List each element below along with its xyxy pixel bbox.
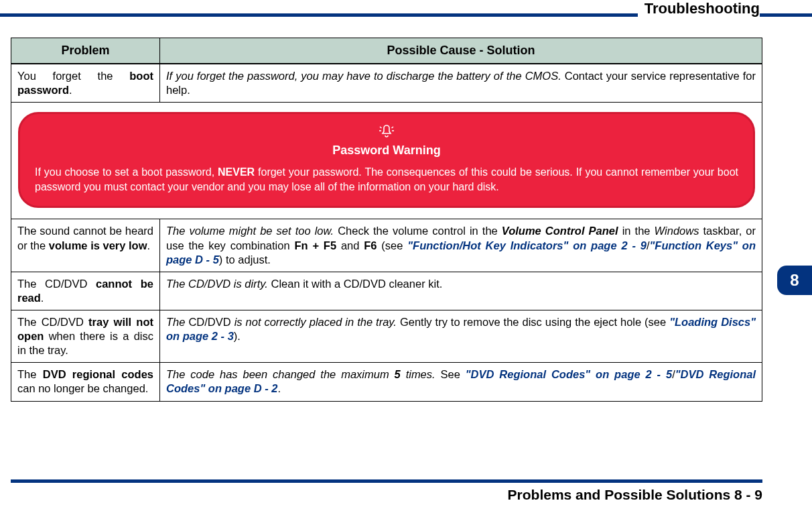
text-bold: DVD regional codes	[43, 368, 153, 380]
text-bold: Fn + F5	[294, 239, 336, 251]
solution-cell: The CD/DVD is not correctly placed in th…	[160, 310, 762, 362]
warning-box: Password Warning If you choose to set a …	[18, 112, 755, 208]
solution-cell: If you forget the password, you may have…	[160, 64, 762, 103]
text: The CD/DVD	[17, 316, 88, 328]
warning-title: Password Warning	[35, 143, 738, 158]
troubleshooting-table: Problem Possible Cause - Solution You fo…	[11, 38, 762, 402]
text: and	[336, 239, 364, 251]
text: (see	[377, 239, 408, 251]
page-header: Troubleshooting	[0, 0, 812, 19]
problem-cell: The CD/DVD tray will not open when there…	[11, 310, 160, 362]
col-header-solution: Possible Cause - Solution	[160, 38, 762, 64]
text: .	[277, 382, 281, 394]
text-bold: NEVER	[218, 166, 255, 178]
solution-cell: The code has been changed the maximum 5 …	[160, 363, 762, 401]
text-italic: The CD/DVD is dirty.	[166, 278, 268, 290]
solution-cell: The volume might be set too low. Check t…	[160, 219, 762, 272]
warning-cell: Password Warning If you choose to set a …	[11, 103, 762, 219]
table-row: The CD/DVD tray will not open when there…	[11, 310, 762, 362]
text: .	[147, 239, 151, 251]
table-row: The DVD regional codes can no longer be …	[11, 363, 762, 401]
table-row: The CD/DVD cannot be read. The CD/DVD is…	[11, 272, 762, 310]
text: ) to adjust.	[219, 253, 271, 266]
text-italic: is not correctly placed in the tray.	[234, 316, 397, 328]
text: You forget the	[17, 70, 129, 82]
text: See	[435, 368, 466, 380]
footer-rule	[11, 479, 762, 483]
text-bold-italic: 5	[395, 368, 401, 380]
svg-line-0	[380, 127, 382, 128]
table-row: The sound cannot be heard or the volume …	[11, 219, 762, 272]
text: If you choose to set a boot password,	[35, 166, 218, 178]
text: Clean it with a CD/DVD cleaner kit.	[268, 278, 442, 290]
col-header-problem: Problem	[11, 38, 160, 64]
chapter-tab: 8	[777, 266, 812, 295]
problem-cell: You forget the boot password.	[11, 64, 160, 103]
text-italic: The code has been changed the maximum	[166, 368, 395, 380]
text: .	[41, 292, 44, 304]
problem-cell: The sound cannot be heard or the volume …	[11, 219, 160, 272]
alarm-icon	[35, 123, 738, 140]
solution-cell: The CD/DVD is dirty. Clean it with a CD/…	[160, 272, 762, 310]
text: ).	[234, 330, 241, 342]
text-bold: F6	[364, 239, 377, 251]
table-row: You forget the boot password. If you for…	[11, 64, 762, 103]
text-bold-italic: Volume Control Panel	[502, 225, 618, 237]
text-italic: Windows	[655, 225, 699, 237]
text: The	[17, 368, 43, 380]
text: Check the volume control in the	[334, 225, 502, 237]
text: CD/DVD	[188, 316, 234, 328]
text: The CD/DVD	[17, 278, 96, 290]
text: Gently try to remove the disc using the …	[397, 316, 669, 328]
table-row-warning: Password Warning If you choose to set a …	[11, 103, 762, 219]
text-italic: The	[166, 316, 188, 328]
problem-cell: The DVD regional codes can no longer be …	[11, 363, 160, 401]
text-italic: times.	[401, 368, 435, 380]
warning-body: If you choose to set a boot password, NE…	[35, 165, 738, 194]
svg-line-2	[392, 127, 394, 128]
page-footer: Problems and Possible Solutions 8 - 9	[11, 479, 762, 503]
text: in the	[618, 225, 655, 237]
problem-cell: The CD/DVD cannot be read.	[11, 272, 160, 310]
text-bold: volume is very low	[49, 239, 147, 251]
cross-ref-link[interactable]: "Function/Hot Key Indicators" on page 2 …	[407, 239, 647, 251]
text-italic: If you forget the password, you may have…	[166, 70, 561, 82]
text-italic: The volume might be set too low.	[166, 225, 334, 237]
page-title: Troubleshooting	[638, 0, 760, 17]
footer-text: Problems and Possible Solutions 8 - 9	[11, 487, 762, 503]
cross-ref-link[interactable]: "DVD Regional Codes" on page 2 - 5	[466, 368, 672, 380]
alarm-icon-svg	[378, 123, 395, 138]
text: can no longer be changed.	[17, 382, 148, 394]
text: .	[69, 84, 72, 96]
